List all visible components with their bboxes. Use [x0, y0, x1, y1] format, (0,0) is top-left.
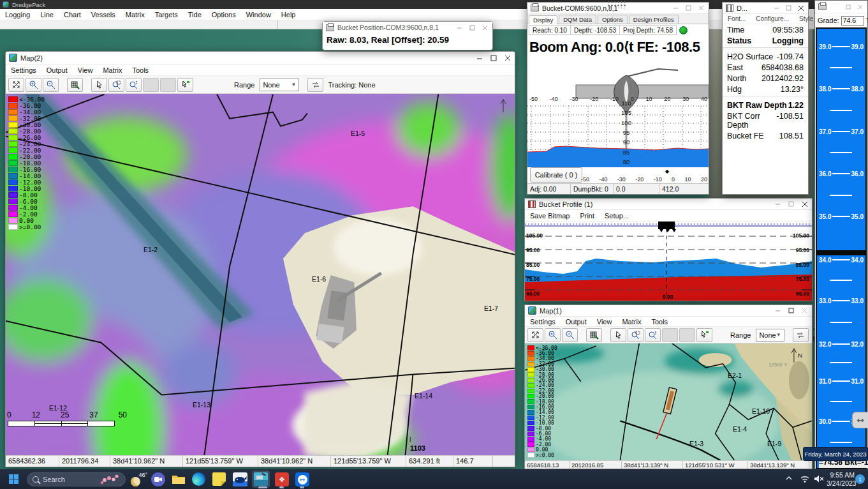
minimize-button[interactable]: [774, 306, 782, 315]
menu-item[interactable]: Output: [561, 317, 592, 326]
minimize-button[interactable]: [772, 4, 781, 12]
tracking-toggle-button[interactable]: [793, 328, 809, 342]
menu-item[interactable]: View: [73, 66, 98, 75]
tab[interactable]: Display: [529, 15, 557, 24]
bucket-position-titlebar[interactable]: Bucket Position-COM3:9600,n,8,1: [323, 22, 492, 33]
zoom-in-button[interactable]: [545, 328, 561, 342]
zoom-in-button[interactable]: [26, 78, 41, 92]
teams-icon[interactable]: [151, 472, 165, 486]
tracking-toggle-button[interactable]: [307, 78, 323, 92]
menu-item[interactable]: Font...: [723, 15, 751, 23]
menu-item[interactable]: Output: [41, 66, 73, 75]
tray-chevron-icon[interactable]: [786, 476, 792, 481]
close-button[interactable]: [800, 200, 809, 208]
weather-widget[interactable]: 46°: [131, 472, 147, 487]
minimize-button[interactable]: [672, 4, 680, 12]
map2-titlebar[interactable]: Map(2): [6, 52, 515, 64]
close-button[interactable]: [503, 54, 511, 62]
menu-item[interactable]: Setup...: [600, 211, 634, 220]
minimize-button[interactable]: [455, 24, 464, 32]
close-button[interactable]: [697, 4, 705, 12]
map1-canvas[interactable]: N 12500 Y <-36.00-36.00-34.00-32.00-30.0…: [525, 343, 812, 460]
hypack-whale-icon[interactable]: [233, 472, 247, 486]
menu-item[interactable]: Print: [575, 211, 600, 220]
zoom-dynamic-button[interactable]: [645, 328, 661, 342]
query-cursor-button[interactable]: [696, 328, 712, 342]
file-explorer-icon[interactable]: [172, 473, 186, 486]
menu-item[interactable]: Help: [276, 10, 301, 19]
menu-item[interactable]: Tools: [127, 66, 154, 75]
notification-badge[interactable]: 1: [855, 474, 865, 484]
map1-titlebar[interactable]: Map(1): [525, 305, 812, 317]
red-app-icon[interactable]: ❖: [275, 472, 289, 486]
close-button[interactable]: [856, 3, 864, 11]
sticky-notes-icon[interactable]: [212, 472, 226, 486]
menu-item[interactable]: Window: [241, 10, 276, 19]
zoom-window-button[interactable]: [628, 328, 644, 342]
close-button[interactable]: [800, 306, 809, 315]
select-cursor-button[interactable]: [610, 328, 626, 342]
menu-item[interactable]: Style: [794, 15, 818, 23]
matrix-export-button[interactable]: [67, 78, 83, 92]
dqm-titlebar[interactable]: D...: [723, 3, 808, 14]
menu-item[interactable]: Matrix: [98, 66, 127, 75]
teamviewer-icon[interactable]: ↔: [295, 472, 309, 486]
grade-input[interactable]: [841, 16, 864, 26]
range-select[interactable]: None▼: [756, 329, 784, 342]
close-button[interactable]: [797, 4, 805, 12]
wifi-icon[interactable]: [800, 474, 810, 483]
volume-muted-icon[interactable]: [814, 474, 825, 483]
minimize-button[interactable]: [475, 54, 483, 62]
maximize-button[interactable]: [784, 4, 793, 12]
menu-item[interactable]: Settings: [6, 66, 41, 75]
map2-canvas[interactable]: <-36.00-36.00-34.00-32.00-30.00-28.00-26…: [6, 94, 515, 456]
minimize-button[interactable]: [774, 200, 782, 208]
menu-item[interactable]: Settings: [525, 317, 561, 326]
range-select[interactable]: None▼: [260, 79, 299, 91]
status-cell: Adj: 0.00: [527, 184, 571, 194]
profile-chart[interactable]: [525, 222, 812, 301]
menu-item[interactable]: Matrix: [121, 10, 150, 19]
maximize-button[interactable]: [844, 3, 852, 11]
edge-browser-icon[interactable]: [192, 472, 205, 486]
menu-item[interactable]: Save Bitmap: [525, 211, 575, 220]
calibrate-button[interactable]: Calibrate ( 0 ): [530, 167, 582, 183]
tab[interactable]: Options: [598, 15, 628, 24]
menu-item[interactable]: Tide: [183, 10, 207, 19]
zoom-extents-button[interactable]: [527, 328, 543, 342]
dredgepack-taskbar-icon[interactable]: [252, 470, 270, 488]
remote-handle-button[interactable]: ↔: [852, 412, 868, 428]
gauge-titlebar[interactable]: [815, 1, 867, 13]
search-box[interactable]: Search: [27, 472, 126, 486]
clock[interactable]: 9:55 AM 3/24/2023: [827, 471, 855, 488]
zoom-dynamic-button[interactable]: [126, 78, 142, 92]
select-cursor-button[interactable]: [91, 78, 107, 92]
menu-item[interactable]: Line: [35, 10, 59, 19]
close-button[interactable]: [481, 24, 489, 32]
zoom-window-button[interactable]: [108, 78, 124, 92]
maximize-button[interactable]: [684, 4, 693, 12]
menu-item[interactable]: Configure...: [751, 15, 794, 23]
zoom-extents-button[interactable]: [8, 78, 24, 92]
menu-item[interactable]: View: [592, 317, 617, 326]
menu-item[interactable]: Options: [207, 10, 241, 19]
tab[interactable]: Design Profiles: [629, 15, 679, 24]
start-button[interactable]: [9, 474, 18, 484]
menu-item[interactable]: Targets: [150, 10, 183, 19]
menu-item[interactable]: Logging: [0, 10, 35, 19]
maximize-button[interactable]: [489, 54, 497, 62]
menu-item[interactable]: Vessels: [86, 10, 121, 19]
query-cursor-button[interactable]: [177, 78, 193, 92]
matrix-export-button[interactable]: [586, 328, 602, 342]
profile-titlebar[interactable]: Bucket Profile (1): [525, 199, 812, 210]
menu-item[interactable]: Chart: [59, 10, 86, 19]
menu-item[interactable]: Matrix: [617, 317, 646, 326]
maximize-button[interactable]: [468, 24, 476, 32]
maximize-button[interactable]: [787, 306, 795, 315]
menu-item[interactable]: Tools: [646, 317, 673, 326]
zoom-out-button[interactable]: [562, 328, 578, 342]
maximize-button[interactable]: [787, 200, 795, 208]
tab[interactable]: DQM Data: [559, 15, 596, 24]
zoom-out-button[interactable]: [43, 78, 59, 92]
depth-gauge[interactable]: 39.039.038.038.037.037.036.036.035.035.0…: [816, 27, 867, 469]
